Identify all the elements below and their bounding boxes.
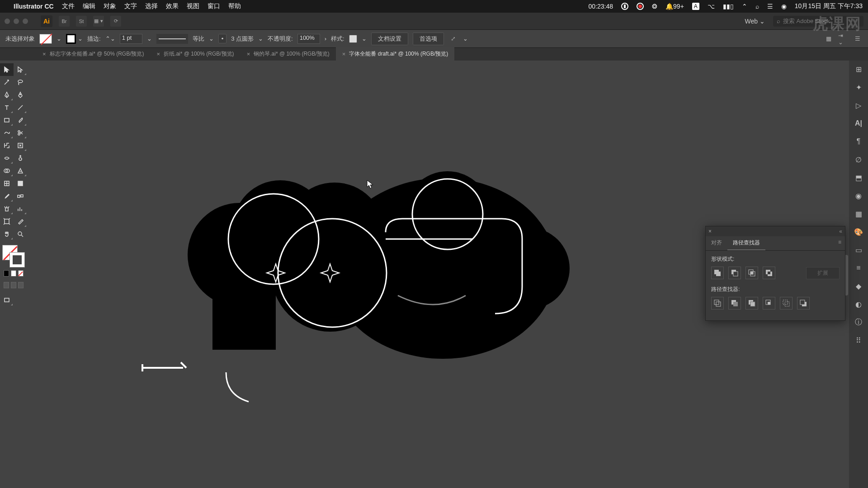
lasso-tool[interactable] bbox=[14, 76, 27, 89]
brush-def[interactable]: 3 点圆形 bbox=[231, 35, 254, 43]
fill-stroke-indicator[interactable] bbox=[2, 245, 25, 267]
menu-window[interactable]: 窗口 bbox=[208, 2, 220, 10]
style-swatch[interactable] bbox=[349, 35, 357, 43]
type-tool[interactable] bbox=[0, 101, 14, 114]
direct-selection-tool[interactable] bbox=[14, 63, 27, 76]
swatches-panel-icon[interactable]: ▦ bbox=[853, 208, 864, 220]
bluetooth-icon[interactable]: ⌥ bbox=[708, 3, 715, 10]
isolate-icon[interactable]: ⤢ bbox=[448, 34, 458, 44]
width-tool[interactable] bbox=[0, 152, 14, 164]
stroke-swatch[interactable] bbox=[66, 34, 76, 44]
menu-select[interactable]: 选择 bbox=[145, 2, 158, 10]
grid-icon[interactable]: ▦ bbox=[824, 34, 834, 44]
tab-pathfinder[interactable]: 路径查找器 bbox=[727, 236, 765, 250]
color-mode-gradient[interactable] bbox=[11, 270, 16, 277]
menu-edit[interactable]: 编辑 bbox=[83, 2, 95, 10]
merge-button[interactable] bbox=[745, 297, 758, 310]
minus-back-button[interactable] bbox=[797, 297, 810, 310]
draw-behind[interactable] bbox=[11, 282, 16, 288]
expand-button[interactable]: 扩展 bbox=[806, 267, 840, 279]
close-icon[interactable]: × bbox=[247, 51, 250, 57]
opacity-input[interactable]: 100% bbox=[297, 34, 320, 44]
menu-object[interactable]: 对象 bbox=[104, 2, 116, 10]
eyedropper-tool[interactable] bbox=[0, 190, 14, 202]
curvature-tool[interactable] bbox=[14, 89, 27, 101]
siri-icon[interactable]: ◉ bbox=[781, 3, 787, 10]
profile-label[interactable]: 等比 bbox=[193, 35, 204, 43]
properties-panel-icon[interactable]: ⊞ bbox=[853, 63, 864, 75]
menu-type[interactable]: 文字 bbox=[124, 2, 137, 10]
column-graph-tool[interactable] bbox=[14, 202, 27, 215]
menu-view[interactable]: 视图 bbox=[187, 2, 199, 10]
slice-tool[interactable] bbox=[14, 215, 27, 228]
fill-swatch[interactable] bbox=[39, 34, 52, 44]
appearance-panel-icon[interactable]: ◉ bbox=[853, 190, 864, 202]
hand-tool[interactable] bbox=[0, 228, 14, 240]
clock[interactable]: 10月15日 周五 下午7:33 bbox=[795, 2, 863, 10]
bridge-icon[interactable]: Br bbox=[59, 16, 70, 27]
arrange-icon[interactable]: ▦ ▾ bbox=[93, 16, 104, 27]
spotlight-icon[interactable]: ⌕ bbox=[755, 3, 759, 10]
align-flyout-icon[interactable]: ⇥ ⌄ bbox=[838, 34, 848, 44]
preferences-button[interactable]: 首选项 bbox=[413, 33, 444, 45]
wifi-icon[interactable]: ⌃ bbox=[742, 3, 747, 10]
minus-front-button[interactable] bbox=[728, 267, 741, 279]
record-icon[interactable] bbox=[637, 3, 644, 10]
perspective-tool[interactable] bbox=[14, 164, 27, 177]
fill-dropdown[interactable]: ⌄ bbox=[57, 35, 61, 42]
stroke-indicator[interactable] bbox=[9, 252, 25, 267]
tab-1[interactable]: ×折纸.ai* @ 100% (RGB/预览) bbox=[150, 47, 240, 61]
draw-normal[interactable] bbox=[4, 282, 9, 288]
artboards-panel-icon[interactable]: ◐ bbox=[853, 298, 864, 310]
stroke-stepper[interactable]: ⌃⌄ bbox=[105, 35, 115, 42]
document-panel-icon[interactable]: ▭ bbox=[853, 244, 864, 256]
reflect-tool[interactable] bbox=[14, 139, 27, 152]
draw-inside[interactable] bbox=[18, 282, 24, 288]
glyphs-panel-icon[interactable]: ∅ bbox=[853, 154, 864, 165]
brush-preview[interactable]: • bbox=[218, 34, 227, 43]
pen-tool[interactable] bbox=[0, 89, 14, 101]
crop-button[interactable] bbox=[763, 297, 775, 310]
free-transform-tool[interactable] bbox=[14, 152, 27, 164]
character-panel-icon[interactable]: A| bbox=[853, 117, 864, 129]
close-icon[interactable]: × bbox=[342, 51, 346, 57]
tab-align[interactable]: 对齐 bbox=[706, 236, 727, 250]
links-panel-icon[interactable]: ⬒ bbox=[853, 172, 864, 183]
color-mode-none[interactable] bbox=[18, 270, 24, 277]
stock-icon[interactable]: St bbox=[76, 16, 87, 27]
outline-button[interactable] bbox=[780, 297, 793, 310]
panel-collapse-icon[interactable]: « bbox=[839, 228, 842, 235]
wechat-icon[interactable]: ❂ bbox=[652, 3, 657, 10]
color-mode-solid[interactable] bbox=[4, 270, 9, 277]
zoom-tool[interactable] bbox=[14, 228, 27, 240]
trim-button[interactable] bbox=[728, 297, 741, 310]
document-setup-button[interactable]: 文档设置 bbox=[371, 33, 408, 45]
window-controls[interactable] bbox=[5, 19, 28, 24]
stroke-weight-input[interactable]: 1 pt bbox=[120, 34, 142, 44]
rectangle-tool[interactable] bbox=[0, 114, 14, 127]
rotate-tool[interactable] bbox=[0, 139, 14, 152]
paragraph-panel-icon[interactable]: ¶ bbox=[853, 136, 864, 147]
exclude-button[interactable] bbox=[763, 267, 775, 279]
menu-file[interactable]: 文件 bbox=[62, 2, 75, 10]
input-method-icon[interactable]: A bbox=[692, 3, 699, 10]
app-name[interactable]: Illustrator CC bbox=[14, 3, 54, 10]
control-center-icon[interactable]: ☰ bbox=[767, 3, 773, 10]
artboard-tool[interactable] bbox=[0, 215, 14, 228]
panel-menu-icon[interactable]: ☰ bbox=[853, 34, 863, 44]
pause-icon[interactable] bbox=[621, 3, 628, 10]
battery-icon[interactable]: ▮▮▯ bbox=[723, 3, 734, 10]
layers-panel-icon[interactable]: ◆ bbox=[853, 280, 864, 292]
unite-button[interactable] bbox=[711, 267, 724, 279]
divide-button[interactable] bbox=[711, 297, 724, 310]
blend-tool[interactable] bbox=[14, 190, 27, 202]
menu-help[interactable]: 帮助 bbox=[228, 2, 241, 10]
notification-icon[interactable]: 🔔99+ bbox=[665, 3, 684, 10]
shaper-tool[interactable] bbox=[0, 127, 14, 139]
actions-panel-icon[interactable]: ▷ bbox=[853, 99, 864, 111]
gpu-icon[interactable]: ⟳ bbox=[110, 16, 121, 27]
stroke-dropdown[interactable]: ⌄ bbox=[78, 35, 83, 42]
magic-wand-tool[interactable] bbox=[0, 76, 14, 89]
selection-tool[interactable] bbox=[0, 63, 14, 76]
tab-3[interactable]: ×字体全能番 draft.ai* @ 100% (RGB/预览) bbox=[336, 47, 455, 61]
